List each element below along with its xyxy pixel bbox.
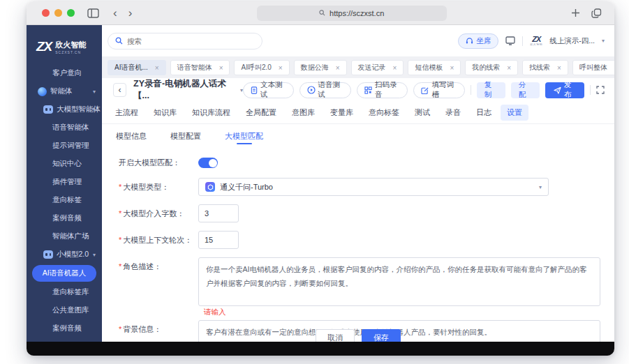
assign-button[interactable]: 分配 bbox=[511, 82, 540, 98]
tab-label: AI呼叫2.0 bbox=[241, 63, 271, 73]
sidebar-item-label: 意向标签 bbox=[52, 195, 82, 205]
sidebar-item-small-model-group[interactable]: 小模型2.0 ▾ bbox=[27, 245, 102, 264]
sidebar: ZX 欣火智能 SCZXST.CN 客户意向 智能体 ▾ 大模型智能体 ▾ bbox=[27, 25, 102, 342]
send-icon bbox=[554, 86, 561, 94]
llm-match-toggle[interactable] bbox=[198, 158, 218, 168]
nav-tab-variable-library[interactable]: 变量库 bbox=[324, 105, 360, 121]
url-bar[interactable]: https://sczxst.cn bbox=[257, 6, 447, 21]
sidebar-item-label: 语音智能体 bbox=[52, 123, 89, 132]
nav-tab-settings[interactable]: 设置 bbox=[501, 105, 528, 121]
sidebar-item-public-intent-library[interactable]: 公共意图库 bbox=[27, 301, 102, 319]
close-icon[interactable]: × bbox=[393, 64, 397, 72]
close-icon[interactable]: × bbox=[507, 64, 511, 72]
required-mark: * bbox=[119, 236, 121, 244]
audio-play-icon bbox=[307, 86, 316, 94]
sidebar-item-case-audio[interactable]: 案例音频 bbox=[27, 209, 102, 227]
workspace-tab[interactable]: 发送记录× bbox=[351, 60, 404, 75]
close-icon[interactable]: × bbox=[336, 64, 340, 72]
workspace-tab[interactable]: AI语音机...× bbox=[108, 60, 166, 75]
sidebar-toggle-icon[interactable] bbox=[87, 8, 99, 18]
nav-tab-main-flow[interactable]: 主流程 bbox=[109, 105, 145, 121]
intervene-words-input[interactable] bbox=[198, 204, 239, 222]
close-icon[interactable]: × bbox=[557, 64, 561, 72]
subtab-model-info[interactable]: 模型信息 bbox=[116, 124, 147, 148]
subtab-llm-match[interactable]: 大模型匹配 bbox=[225, 124, 263, 148]
tab-label: 我的线索 bbox=[472, 63, 500, 73]
tab-label: 语音智能体 bbox=[177, 63, 212, 73]
nav-tab-knowledge-flow[interactable]: 知识库流程 bbox=[186, 105, 237, 121]
search-input[interactable] bbox=[127, 37, 232, 45]
back-icon[interactable]: ‹ bbox=[113, 7, 117, 19]
nav-tab-log[interactable]: 日志 bbox=[470, 105, 498, 121]
publish-button[interactable]: 发布 bbox=[545, 82, 584, 98]
nav-tab-intent-library[interactable]: 意图库 bbox=[286, 105, 321, 121]
nav-tab-recording[interactable]: 录音 bbox=[439, 105, 467, 121]
sidebar-item-label: 知识中心 bbox=[52, 159, 82, 169]
search-box[interactable] bbox=[108, 33, 262, 50]
fill-slot-button[interactable]: 填写词槽 bbox=[413, 82, 464, 98]
nav-tab-intent-tags[interactable]: 意向标签 bbox=[362, 105, 406, 121]
monitor-icon[interactable] bbox=[505, 36, 515, 45]
close-window-button[interactable] bbox=[42, 9, 50, 17]
fullscreen-icon[interactable] bbox=[596, 86, 605, 94]
role-description-textarea[interactable]: 你是一个卖AI电销机器人的业务员，根据客户回复的内容，介绍你的产品，你的任务是获… bbox=[198, 257, 600, 306]
save-button[interactable]: 保存 bbox=[362, 329, 401, 342]
back-button[interactable]: ‹ bbox=[113, 83, 126, 97]
button-label: 保存 bbox=[373, 333, 389, 342]
cancel-button[interactable]: 取消 bbox=[316, 329, 355, 342]
sidebar-item-label: 智能体 bbox=[50, 86, 73, 96]
context-rounds-input[interactable] bbox=[198, 231, 239, 249]
sidebar-item-plugin-management[interactable]: 插件管理 bbox=[27, 173, 102, 191]
close-icon[interactable]: × bbox=[450, 64, 454, 72]
logo-mark: ZX bbox=[36, 39, 52, 54]
sidebar-item-agent-plaza[interactable]: 智能体广场 bbox=[27, 227, 102, 245]
sidebar-item-customer-intent[interactable]: 客户意向 bbox=[27, 64, 102, 82]
traffic-lights bbox=[42, 9, 75, 17]
chevron-down-icon[interactable]: ▾ bbox=[602, 38, 605, 44]
sidebar-item-ai-voice-robot[interactable]: AI语音机器人 bbox=[32, 265, 96, 282]
nav-tab-test[interactable]: 测试 bbox=[408, 105, 436, 121]
validation-error-text: 请输入 bbox=[204, 308, 603, 317]
sidebar-item-intent-tag-library[interactable]: 意向标签库 bbox=[27, 283, 102, 301]
new-tab-icon[interactable] bbox=[571, 8, 580, 17]
minimize-window-button[interactable] bbox=[54, 9, 62, 17]
text-test-button[interactable]: 文本测试 bbox=[243, 82, 294, 98]
sidebar-item-knowledge-center[interactable]: 知识中心 bbox=[27, 155, 102, 173]
workspace-tab[interactable]: 短信模板× bbox=[408, 60, 461, 75]
close-icon[interactable]: × bbox=[279, 64, 283, 72]
label-text: 大模型类型： bbox=[123, 183, 169, 191]
workspace-tab[interactable]: 呼叫整体× bbox=[572, 60, 614, 75]
chevron-left-icon: ‹ bbox=[119, 85, 121, 95]
sidebar-item-case-audio-2[interactable]: 案例音频 bbox=[27, 319, 102, 338]
sidebar-item-voice-agent[interactable]: 语音智能体 bbox=[27, 119, 102, 137]
subtab-model-config[interactable]: 模型配置 bbox=[170, 124, 201, 148]
tab-overview-icon[interactable] bbox=[591, 8, 602, 18]
field-label-enable-llm-match: 开启大模型匹配： bbox=[113, 158, 198, 168]
copy-button[interactable]: 复制 bbox=[477, 82, 505, 98]
sidebar-item-llm-agent-group[interactable]: 大模型智能体 ▾ bbox=[27, 100, 102, 119]
workspace-tab[interactable]: 我的线索× bbox=[465, 60, 518, 75]
account-name[interactable]: 线上演示-四... bbox=[549, 36, 595, 46]
close-icon[interactable]: × bbox=[155, 64, 159, 72]
tab-label: AI语音机... bbox=[114, 63, 148, 73]
workspace-tab[interactable]: 数据公海× bbox=[294, 60, 347, 75]
model-type-value: 通义千问-Turbo bbox=[220, 182, 273, 192]
workspace-tab[interactable]: 语音智能体× bbox=[170, 60, 230, 75]
seat-button[interactable]: 坐席 bbox=[458, 33, 498, 49]
sidebar-item-intent-tags[interactable]: 意向标签 bbox=[27, 191, 102, 209]
forward-icon[interactable]: › bbox=[128, 7, 133, 19]
scan-record-button[interactable]: 扫码录音 bbox=[357, 82, 408, 98]
zoom-window-button[interactable] bbox=[67, 9, 75, 17]
browser-chrome: ‹ › https://sczxst.cn bbox=[27, 1, 614, 25]
sidebar-item-prompt-management[interactable]: 提示词管理 bbox=[27, 137, 102, 155]
workspace-tab[interactable]: 找线索× bbox=[522, 60, 568, 75]
workspace-tab[interactable]: AI呼叫2.0× bbox=[234, 60, 289, 75]
nav-tab-global-config[interactable]: 全局配置 bbox=[239, 105, 283, 121]
app-logo: ZX 欣火智能 SCZXST.CN bbox=[27, 35, 102, 64]
nav-tab-knowledge[interactable]: 知识库 bbox=[147, 105, 183, 121]
required-mark: * bbox=[119, 325, 121, 333]
voice-test-button[interactable]: 语音测试 bbox=[299, 82, 351, 98]
close-icon[interactable]: × bbox=[219, 64, 223, 72]
sidebar-item-agent-group[interactable]: 智能体 ▾ bbox=[27, 82, 102, 100]
model-type-select[interactable]: 通义千问-Turbo ▾ bbox=[198, 178, 549, 196]
